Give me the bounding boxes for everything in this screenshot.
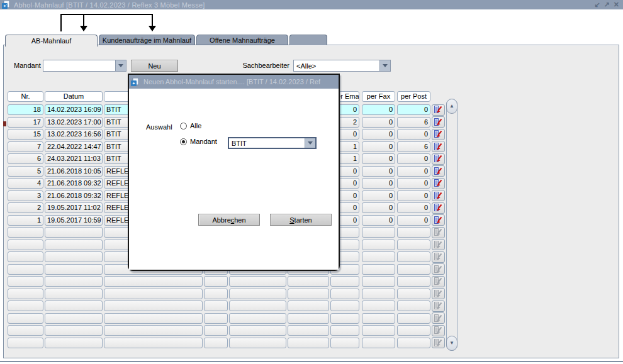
row-action-icon[interactable] (432, 116, 445, 128)
row-action-icon[interactable] (432, 129, 445, 140)
table-cell-per_fax[interactable] (362, 276, 395, 287)
table-cell-nr[interactable]: 6 (8, 153, 43, 164)
table-cell-nr[interactable] (8, 251, 43, 262)
table-cell-datum[interactable]: 19.05.2017 11:02 (45, 202, 103, 213)
tab-ab-mahnlauf[interactable]: AB-Mahnlauf (5, 35, 98, 47)
table-cell-datum[interactable] (45, 240, 103, 250)
table-cell-datum[interactable] (45, 289, 103, 299)
row-action-icon[interactable] (432, 141, 445, 152)
table-cell-datum[interactable]: 24.03.2021 11:03 (45, 153, 103, 164)
table-cell-c6[interactable] (288, 289, 329, 299)
tab-offene-mahnauftraege[interactable]: Offene Mahnaufträge (196, 35, 288, 45)
table-cell-c6[interactable] (288, 301, 329, 311)
table-cell-c6[interactable] (288, 313, 329, 324)
table-cell-mandant[interactable] (104, 313, 203, 324)
table-cell-per_fax[interactable] (362, 338, 395, 348)
table-cell-per_post[interactable] (397, 264, 430, 275)
table-cell-per_post[interactable] (397, 301, 430, 311)
table-scrollbar[interactable] (446, 99, 457, 351)
dialog-titlebar[interactable]: Neuen Abhol-Mahnlauf starten.... [BTIT /… (129, 75, 339, 89)
table-cell-nr[interactable]: 2 (8, 202, 43, 213)
table-cell-per_post[interactable] (397, 276, 430, 287)
table-cell-per_fax[interactable]: 0 (362, 215, 395, 226)
table-cell-per_fax[interactable] (362, 301, 395, 311)
table-cell-per_fax[interactable] (362, 240, 395, 250)
table-cell-c4[interactable] (204, 338, 228, 348)
table-cell-datum[interactable] (45, 251, 103, 262)
table-cell-datum[interactable]: 22.04.2022 14:47 (45, 141, 103, 152)
table-cell-per_post[interactable]: 0 (397, 153, 430, 164)
table-cell-per_fax[interactable]: 0 (362, 104, 395, 115)
table-cell-c4[interactable] (204, 289, 228, 299)
table-cell-per_post[interactable] (397, 325, 430, 336)
row-action-icon[interactable] (432, 153, 445, 165)
table-cell-per_fax[interactable] (362, 227, 395, 238)
tab-kundenauftraege-im-mahnlauf[interactable]: Kundenaufträge im Mahnlauf (99, 35, 195, 45)
table-cell-nr[interactable]: 17 (8, 117, 43, 128)
table-cell-nr[interactable]: 4 (8, 178, 43, 189)
table-cell-per_fax[interactable] (362, 313, 395, 324)
table-cell-c5[interactable] (229, 313, 286, 324)
dropdown-arrow-icon[interactable] (305, 138, 315, 148)
row-action-icon[interactable] (432, 178, 445, 189)
table-cell-per_post[interactable]: 0 (397, 202, 430, 213)
table-cell-datum[interactable] (45, 313, 103, 324)
table-cell-c5[interactable] (229, 301, 286, 311)
table-cell-datum[interactable]: 21.06.2018 10:05 (45, 166, 103, 177)
table-cell-datum[interactable]: 14.02.2023 16:09 (45, 104, 103, 115)
table-cell-mandant[interactable] (104, 325, 203, 336)
table-cell-datum[interactable]: 19.05.2017 10:59 (45, 215, 103, 226)
table-cell-datum[interactable] (45, 301, 103, 311)
table-cell-c5[interactable] (229, 325, 286, 336)
table-cell-per_fax[interactable]: 0 (362, 178, 395, 189)
table-cell-per_fax[interactable] (362, 289, 395, 299)
row-action-icon[interactable] (432, 104, 445, 116)
table-cell-mandant[interactable] (104, 301, 203, 311)
table-cell-datum[interactable] (45, 325, 103, 336)
scroll-down-button[interactable]: ▼ (446, 336, 457, 351)
table-cell-nr[interactable] (8, 240, 43, 250)
table-cell-per_post[interactable]: 0 (397, 215, 430, 226)
scroll-up-button[interactable]: ▲ (446, 99, 457, 114)
table-cell-c5[interactable] (229, 276, 286, 287)
restore-icon[interactable]: ↗ (604, 0, 610, 9)
table-cell-per_fax[interactable]: 0 (362, 117, 395, 128)
row-action-icon[interactable] (432, 202, 445, 214)
table-cell-per_fax[interactable] (362, 325, 395, 336)
radio-alle-circle[interactable] (180, 123, 187, 130)
table-cell-datum[interactable]: 13.02.2023 16:56 (45, 129, 103, 140)
table-cell-per_fax[interactable] (362, 264, 395, 275)
table-cell-nr[interactable]: 15 (8, 129, 43, 140)
table-cell-mandant[interactable] (104, 289, 203, 299)
dropdown-arrow-icon[interactable] (379, 60, 390, 71)
table-cell-nr[interactable] (8, 313, 43, 324)
table-cell-nr[interactable] (8, 227, 43, 238)
table-cell-c6[interactable] (288, 276, 329, 287)
close-icon[interactable]: ✕ (614, 0, 619, 9)
table-cell-c4[interactable] (204, 276, 228, 287)
table-cell-datum[interactable] (45, 264, 103, 275)
minimize-icon[interactable]: ↙ (594, 0, 600, 9)
table-cell-per_fax[interactable]: 0 (362, 129, 395, 140)
table-cell-datum[interactable] (45, 338, 103, 348)
table-cell-per_post[interactable] (397, 289, 430, 299)
table-cell-nr[interactable] (8, 325, 43, 336)
table-cell-per_post[interactable]: 6 (397, 117, 430, 128)
table-cell-per_post[interactable]: 0 (397, 190, 430, 201)
abbrechen-button[interactable]: Abbrechen (198, 214, 260, 226)
table-cell-per_email[interactable] (330, 301, 359, 311)
table-cell-per_post[interactable] (397, 251, 430, 262)
table-cell-per_post[interactable] (397, 338, 430, 348)
table-cell-datum[interactable]: 21.06.2018 09:32 (45, 178, 103, 189)
table-cell-per_fax[interactable]: 0 (362, 190, 395, 201)
table-cell-per_fax[interactable]: 0 (362, 153, 395, 164)
table-cell-c6[interactable] (288, 338, 329, 348)
table-cell-nr[interactable] (8, 338, 43, 348)
table-cell-nr[interactable]: 1 (8, 215, 43, 226)
table-cell-per_post[interactable]: 0 (397, 129, 430, 140)
table-cell-nr[interactable]: 5 (8, 166, 43, 177)
table-cell-datum[interactable]: 21.06.2018 09:32 (45, 190, 103, 201)
radio-alle[interactable]: Alle (180, 122, 201, 130)
table-cell-per_post[interactable] (397, 240, 430, 250)
table-cell-c5[interactable] (229, 289, 286, 299)
